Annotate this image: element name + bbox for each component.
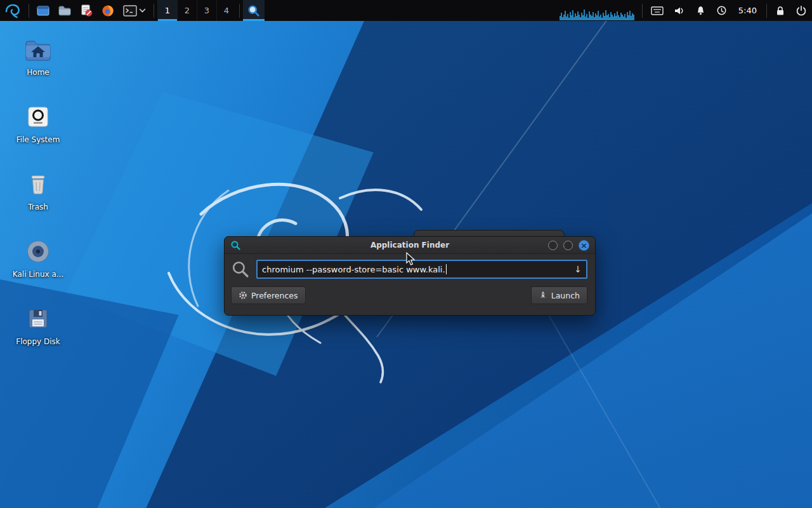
network-graph-icon bbox=[559, 7, 636, 21]
minimize-button[interactable] bbox=[548, 241, 558, 250]
drive-icon bbox=[24, 103, 52, 131]
launch-button[interactable]: Launch bbox=[531, 286, 587, 304]
text-caret bbox=[446, 264, 447, 274]
floppy-icon bbox=[24, 305, 52, 333]
panel-separator bbox=[154, 4, 154, 18]
launch-button-label: Launch bbox=[551, 291, 580, 300]
volume-tray[interactable] bbox=[669, 0, 690, 21]
workspace-2[interactable]: 2 bbox=[177, 0, 197, 21]
search-input-value: chromium --password-store=basic www.kali… bbox=[262, 265, 445, 274]
dropdown-arrow-icon[interactable]: ↓ bbox=[569, 264, 582, 274]
search-icon bbox=[247, 4, 260, 17]
desktop-icon-label: Floppy Disk bbox=[16, 337, 60, 346]
volume-icon bbox=[674, 6, 685, 16]
bell-icon bbox=[695, 5, 706, 16]
desktop-icon-label: Trash bbox=[28, 203, 48, 211]
trash-icon bbox=[24, 170, 52, 198]
disc-icon bbox=[24, 237, 52, 265]
panel-clock[interactable]: 5:40 bbox=[732, 6, 763, 15]
panel-separator bbox=[29, 4, 29, 18]
action-row: Preferences Launch bbox=[225, 279, 595, 304]
display-settings-tray[interactable] bbox=[646, 0, 669, 21]
desktop-icon-home[interactable]: Home bbox=[8, 36, 69, 77]
panel-right: 5:40 bbox=[556, 0, 812, 21]
preferences-button[interactable]: Preferences bbox=[231, 286, 306, 304]
gear-icon bbox=[239, 291, 247, 300]
panel-left: 1 2 3 4 bbox=[0, 0, 265, 21]
panel-separator bbox=[642, 4, 643, 18]
update-orb-icon bbox=[716, 5, 727, 16]
home-icon bbox=[23, 36, 53, 64]
logout-icon bbox=[796, 5, 807, 17]
folder-icon bbox=[58, 5, 71, 16]
notifications-tray[interactable] bbox=[690, 0, 711, 21]
firefox-button[interactable] bbox=[97, 0, 119, 21]
network-monitor-graph[interactable] bbox=[556, 0, 639, 21]
lock-screen-button[interactable] bbox=[770, 0, 790, 21]
top-panel: 1 2 3 4 bbox=[0, 0, 812, 21]
desktop-icon-label: File System bbox=[16, 135, 60, 144]
text-editor-button[interactable] bbox=[75, 0, 97, 21]
titlebar-buttons: × bbox=[548, 240, 589, 251]
terminal-dropdown-button[interactable] bbox=[119, 0, 150, 21]
lock-icon bbox=[775, 5, 785, 17]
firefox-icon bbox=[102, 4, 114, 17]
panel-separator bbox=[239, 4, 240, 18]
desktop-icon-trash[interactable]: Trash bbox=[8, 170, 69, 211]
kali-menu-button[interactable] bbox=[0, 0, 25, 21]
mouse-cursor bbox=[404, 252, 417, 266]
terminal-icon bbox=[123, 5, 137, 17]
window-title: Application Finder bbox=[225, 241, 595, 250]
launch-rocket-icon bbox=[539, 291, 547, 300]
maximize-button[interactable] bbox=[563, 241, 573, 250]
desktop-icon-label: Home bbox=[27, 68, 49, 77]
keyboard-icon bbox=[651, 6, 664, 16]
search-icon-large bbox=[231, 260, 250, 279]
workspace-1[interactable]: 1 bbox=[157, 0, 177, 21]
window-icon bbox=[37, 5, 49, 17]
preferences-button-label: Preferences bbox=[251, 291, 298, 300]
workspace-4[interactable]: 4 bbox=[216, 0, 236, 21]
search-input[interactable]: chromium --password-store=basic www.kali… bbox=[256, 260, 587, 279]
desktop-icon-label: Kali Linux a... bbox=[13, 270, 63, 279]
application-finder-window: Application Finder × chromium --password… bbox=[224, 236, 596, 316]
titlebar[interactable]: Application Finder × bbox=[225, 237, 595, 254]
taskbar-application-finder[interactable] bbox=[243, 0, 265, 21]
document-icon bbox=[80, 4, 93, 17]
desktop-icon-floppy-disk[interactable]: Floppy Disk bbox=[8, 305, 69, 346]
window-search-icon bbox=[230, 240, 241, 251]
chevron-down-icon bbox=[139, 8, 146, 13]
taskbar-window-button[interactable] bbox=[32, 0, 54, 21]
panel-separator bbox=[766, 4, 767, 18]
desktop-icon-file-system[interactable]: File System bbox=[8, 103, 69, 144]
updates-tray[interactable] bbox=[711, 0, 732, 21]
file-manager-button[interactable] bbox=[54, 0, 75, 21]
close-button[interactable]: × bbox=[579, 240, 589, 251]
kali-logo-icon bbox=[4, 3, 21, 19]
logout-button[interactable] bbox=[790, 0, 812, 21]
desktop-icon-kali-linux-disc[interactable]: Kali Linux a... bbox=[8, 237, 69, 279]
workspace-3[interactable]: 3 bbox=[197, 0, 216, 21]
